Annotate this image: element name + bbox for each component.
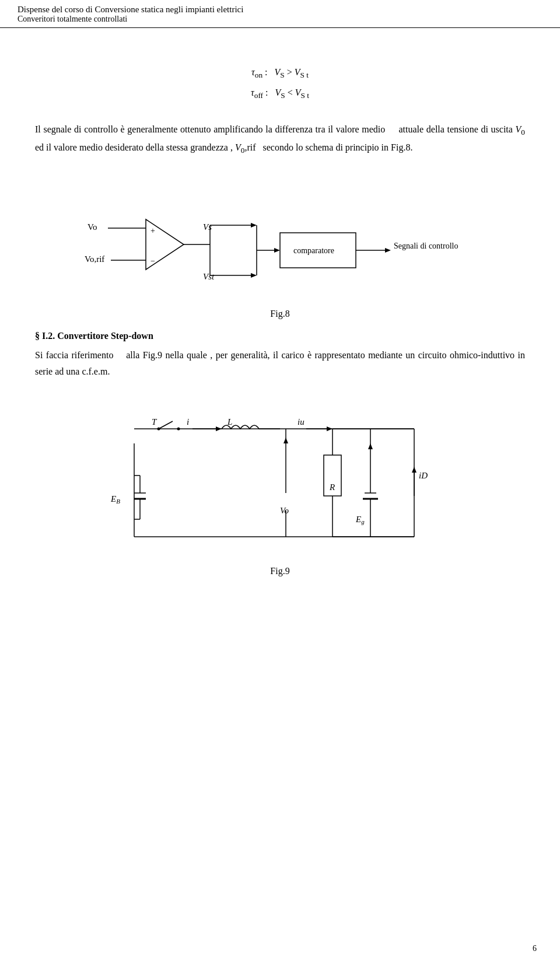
iD-label: iD xyxy=(419,471,428,480)
section-body: Si faccia riferimento alla Fig.9 nella q… xyxy=(35,347,525,379)
page-number: 6 xyxy=(533,944,537,953)
iu-label: iu xyxy=(298,417,304,426)
output-arrow xyxy=(385,248,391,253)
fig9-svg: T i L iu iD xyxy=(99,397,461,560)
page-content: τon : VS > VS t τoff : VS < VS t Il segn… xyxy=(0,28,560,606)
fig9-container: T i L iu iD xyxy=(35,397,525,560)
Vo-label: Vo xyxy=(280,506,289,515)
section-title: § I.2. Convertitore Step-down xyxy=(35,331,525,341)
T-label: T xyxy=(152,417,158,426)
EB-label: EB xyxy=(110,494,120,505)
R-label: R xyxy=(329,482,335,492)
tau-off-line: τoff : VS < VS t xyxy=(35,83,525,104)
comparatore-label: comparatore xyxy=(293,246,334,255)
vo-arrow xyxy=(284,438,288,443)
Eg-label: Eg xyxy=(355,515,365,525)
plus-sign: + xyxy=(150,226,155,235)
vst-arrow xyxy=(251,273,257,278)
comparatore-arrow xyxy=(274,248,280,253)
vo-rif-label: Vo,rif xyxy=(85,254,104,264)
vs-arrow xyxy=(251,223,257,228)
vs-label: Vs xyxy=(203,222,212,232)
header-title: Dispense del corso di Conversione static… xyxy=(18,5,542,15)
segnali-label: Segnali di controllo xyxy=(394,242,458,250)
page-header: Dispense del corso di Conversione static… xyxy=(0,0,560,28)
iD-arrow xyxy=(412,467,416,473)
switch-contact-left xyxy=(158,427,160,430)
tau-on-symbol: τon xyxy=(251,67,262,77)
fig8-svg: Vo Vo,rif + − Vs Vst xyxy=(82,177,478,300)
tau-on-line: τon : VS > VS t xyxy=(35,63,525,83)
i-label: i xyxy=(187,417,189,426)
tau-off-text: : VS < VS t xyxy=(265,88,309,97)
vst-label: Vst xyxy=(203,272,215,281)
tau-on-text: : VS > VS t xyxy=(265,67,309,77)
fig8-caption: Fig.8 xyxy=(35,309,525,319)
i-arrow xyxy=(216,426,222,431)
tau-off-symbol: τoff xyxy=(251,88,263,97)
switch-contact-right xyxy=(177,427,180,430)
eg-arrow xyxy=(368,443,373,449)
iu-arrow xyxy=(327,426,332,431)
vo-label: Vo xyxy=(88,222,97,232)
tau-section: τon : VS > VS t τoff : VS < VS t xyxy=(35,63,525,104)
L-label: L xyxy=(227,417,232,426)
fig9-caption: Fig.9 xyxy=(35,566,525,576)
minus-sign: − xyxy=(150,257,155,265)
switch-line xyxy=(159,421,173,429)
fig8-container: Vo Vo,rif + − Vs Vst xyxy=(35,174,525,303)
header-subtitle: Converitori totalmente controllati xyxy=(18,15,542,24)
paragraph-1: Il segnale di controllo è generalmente o… xyxy=(35,121,525,158)
inductor-symbol xyxy=(222,425,259,429)
